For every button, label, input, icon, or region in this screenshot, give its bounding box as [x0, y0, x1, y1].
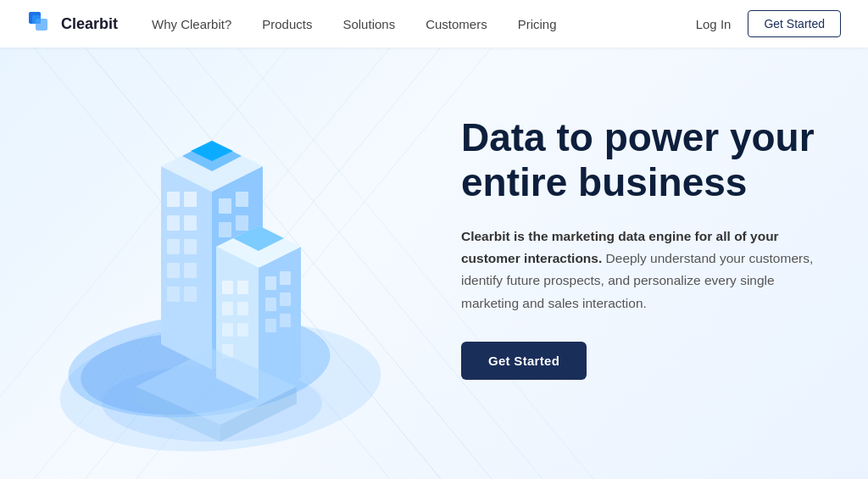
brand-name: Clearbit: [61, 15, 118, 33]
nav-item-customers[interactable]: Customers: [426, 17, 487, 31]
nav-item-solutions[interactable]: Solutions: [342, 17, 395, 31]
svg-rect-22: [184, 192, 197, 207]
svg-rect-48: [237, 323, 248, 337]
clearbit-logo-icon: [27, 10, 54, 37]
login-button[interactable]: Log In: [696, 17, 732, 31]
get-started-hero-button[interactable]: Get Started: [461, 342, 587, 380]
svg-rect-52: [265, 298, 276, 311]
svg-rect-55: [280, 314, 291, 327]
svg-rect-46: [237, 302, 248, 315]
svg-rect-25: [167, 239, 180, 254]
hero-description: Clearbit is the marketing data engine fo…: [461, 226, 817, 315]
svg-rect-21: [167, 192, 180, 207]
svg-rect-24: [184, 215, 197, 231]
nav-item-pricing[interactable]: Pricing: [518, 17, 557, 31]
svg-rect-30: [184, 287, 197, 302]
hero-section: Data to power your entire business Clear…: [0, 47, 868, 479]
svg-rect-33: [219, 222, 231, 237]
svg-rect-29: [167, 287, 180, 302]
svg-rect-43: [222, 281, 233, 294]
svg-rect-34: [236, 215, 248, 231]
svg-rect-27: [167, 263, 180, 278]
hero-text-area: Data to power your entire business Clear…: [461, 115, 817, 380]
hero-title: Data to power your entire business: [461, 115, 817, 205]
svg-rect-50: [265, 276, 276, 290]
hero-illustration: [51, 98, 390, 471]
logo-link[interactable]: Clearbit: [27, 10, 118, 37]
svg-rect-32: [236, 192, 248, 207]
nav-links: Why Clearbit? Products Solutions Custome…: [152, 17, 696, 31]
svg-rect-54: [265, 319, 276, 332]
svg-rect-51: [280, 271, 291, 285]
svg-rect-44: [237, 281, 248, 294]
nav-item-why-clearbit[interactable]: Why Clearbit?: [152, 17, 231, 31]
svg-rect-31: [219, 198, 231, 214]
svg-rect-2: [32, 15, 41, 24]
svg-rect-53: [280, 292, 291, 306]
svg-rect-47: [222, 323, 233, 337]
main-nav: Clearbit Why Clearbit? Products Solution…: [0, 0, 868, 47]
nav-item-products[interactable]: Products: [262, 17, 312, 31]
svg-rect-28: [184, 263, 197, 278]
svg-rect-45: [222, 302, 233, 315]
get-started-nav-button[interactable]: Get Started: [748, 10, 841, 37]
svg-rect-26: [184, 239, 197, 254]
nav-actions: Log In Get Started: [696, 10, 841, 37]
svg-rect-23: [167, 215, 180, 231]
